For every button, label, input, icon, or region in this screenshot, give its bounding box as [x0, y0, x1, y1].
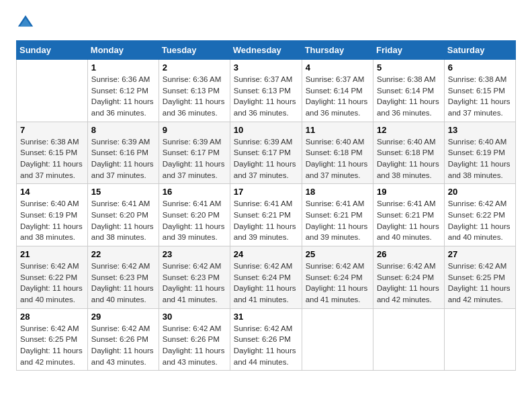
weekday-tuesday: Tuesday	[159, 41, 230, 60]
calendar-cell	[17, 60, 88, 122]
daylight: Daylight: 11 hours and 37 minutes.	[234, 160, 296, 179]
weekday-wednesday: Wednesday	[230, 41, 302, 60]
day-info: Sunrise: 6:37 AMSunset: 6:14 PMDaylight:…	[306, 74, 369, 119]
sunrise: Sunrise: 6:40 AM	[448, 138, 507, 146]
calendar-cell: 16Sunrise: 6:41 AMSunset: 6:20 PMDayligh…	[159, 184, 230, 246]
calendar-cell	[373, 308, 444, 371]
day-number: 31	[234, 312, 298, 322]
calendar-cell: 14Sunrise: 6:40 AMSunset: 6:19 PMDayligh…	[17, 184, 88, 246]
sunset: Sunset: 6:15 PM	[20, 148, 77, 156]
daylight: Daylight: 11 hours and 40 minutes.	[448, 222, 511, 242]
sunrise: Sunrise: 6:40 AM	[20, 199, 79, 208]
sunrise: Sunrise: 6:42 AM	[91, 262, 150, 270]
day-info: Sunrise: 6:38 AMSunset: 6:15 PMDaylight:…	[448, 74, 512, 119]
sunset: Sunset: 6:20 PM	[91, 211, 148, 219]
sunrise: Sunrise: 6:40 AM	[306, 138, 365, 146]
sunset: Sunset: 6:19 PM	[20, 211, 77, 219]
sunrise: Sunrise: 6:42 AM	[448, 199, 507, 208]
sunset: Sunset: 6:26 PM	[91, 335, 148, 343]
calendar-cell: 20Sunrise: 6:42 AMSunset: 6:22 PMDayligh…	[444, 184, 515, 246]
daylight: Daylight: 11 hours and 36 minutes.	[377, 97, 439, 117]
calendar-cell: 8Sunrise: 6:39 AMSunset: 6:16 PMDaylight…	[87, 122, 159, 184]
sunrise: Sunrise: 6:42 AM	[448, 262, 507, 270]
sunset: Sunset: 6:24 PM	[306, 273, 363, 281]
daylight: Daylight: 11 hours and 36 minutes.	[306, 97, 368, 117]
day-number: 1	[91, 62, 155, 73]
day-info: Sunrise: 6:42 AMSunset: 6:26 PMDaylight:…	[234, 323, 298, 368]
daylight: Daylight: 11 hours and 37 minutes.	[163, 160, 225, 179]
sunrise: Sunrise: 6:36 AM	[163, 75, 222, 83]
calendar-cell: 17Sunrise: 6:41 AMSunset: 6:21 PMDayligh…	[230, 184, 302, 246]
day-number: 16	[163, 187, 226, 197]
weekday-monday: Monday	[87, 41, 159, 60]
daylight: Daylight: 11 hours and 43 minutes.	[163, 347, 225, 366]
daylight: Daylight: 11 hours and 37 minutes.	[20, 160, 83, 179]
calendar-cell: 21Sunrise: 6:42 AMSunset: 6:22 PMDayligh…	[17, 246, 88, 309]
sunset: Sunset: 6:21 PM	[306, 211, 363, 219]
calendar-cell: 13Sunrise: 6:40 AMSunset: 6:19 PMDayligh…	[444, 122, 515, 184]
day-number: 18	[306, 187, 369, 197]
day-number: 7	[20, 125, 84, 135]
logo-icon	[16, 13, 35, 32]
calendar-cell: 3Sunrise: 6:37 AMSunset: 6:13 PMDaylight…	[230, 60, 302, 122]
daylight: Daylight: 11 hours and 38 minutes.	[20, 222, 83, 242]
sunrise: Sunrise: 6:40 AM	[377, 138, 436, 146]
sunset: Sunset: 6:16 PM	[91, 148, 148, 156]
calendar-cell: 15Sunrise: 6:41 AMSunset: 6:20 PMDayligh…	[87, 184, 159, 246]
daylight: Daylight: 11 hours and 36 minutes.	[91, 97, 154, 117]
calendar-cell: 29Sunrise: 6:42 AMSunset: 6:26 PMDayligh…	[87, 308, 159, 371]
daylight: Daylight: 11 hours and 37 minutes.	[306, 160, 368, 179]
day-number: 6	[448, 62, 512, 73]
sunset: Sunset: 6:22 PM	[20, 273, 77, 281]
sunset: Sunset: 6:24 PM	[377, 273, 434, 281]
day-info: Sunrise: 6:42 AMSunset: 6:26 PMDaylight:…	[163, 323, 226, 368]
day-info: Sunrise: 6:42 AMSunset: 6:25 PMDaylight:…	[20, 323, 84, 368]
logo	[16, 13, 38, 32]
day-info: Sunrise: 6:38 AMSunset: 6:15 PMDaylight:…	[20, 136, 84, 181]
sunrise: Sunrise: 6:41 AM	[91, 199, 150, 208]
daylight: Daylight: 11 hours and 40 minutes.	[20, 284, 83, 304]
day-number: 4	[306, 62, 369, 73]
day-number: 13	[448, 125, 512, 135]
week-row-4: 21Sunrise: 6:42 AMSunset: 6:22 PMDayligh…	[17, 246, 516, 309]
day-number: 9	[163, 125, 226, 135]
sunrise: Sunrise: 6:39 AM	[234, 138, 293, 146]
sunset: Sunset: 6:25 PM	[20, 335, 77, 343]
day-number: 17	[234, 187, 298, 197]
weekday-friday: Friday	[373, 41, 444, 60]
week-row-2: 7Sunrise: 6:38 AMSunset: 6:15 PMDaylight…	[17, 122, 516, 184]
sunrise: Sunrise: 6:41 AM	[306, 199, 365, 208]
sunrise: Sunrise: 6:42 AM	[91, 324, 150, 332]
calendar-cell	[302, 308, 373, 371]
calendar-cell: 22Sunrise: 6:42 AMSunset: 6:23 PMDayligh…	[87, 246, 159, 309]
daylight: Daylight: 11 hours and 36 minutes.	[234, 97, 296, 117]
day-number: 14	[20, 187, 84, 197]
day-info: Sunrise: 6:42 AMSunset: 6:22 PMDaylight:…	[20, 261, 84, 306]
calendar-cell: 2Sunrise: 6:36 AMSunset: 6:13 PMDaylight…	[159, 60, 230, 122]
sunset: Sunset: 6:21 PM	[234, 211, 291, 219]
sunset: Sunset: 6:26 PM	[163, 335, 220, 343]
day-info: Sunrise: 6:41 AMSunset: 6:21 PMDaylight:…	[234, 198, 298, 243]
calendar-cell: 10Sunrise: 6:39 AMSunset: 6:17 PMDayligh…	[230, 122, 302, 184]
day-info: Sunrise: 6:40 AMSunset: 6:19 PMDaylight:…	[20, 198, 84, 243]
weekday-header-row: SundayMondayTuesdayWednesdayThursdayFrid…	[17, 41, 516, 60]
sunset: Sunset: 6:26 PM	[234, 335, 291, 343]
sunrise: Sunrise: 6:36 AM	[91, 75, 150, 83]
calendar-cell: 23Sunrise: 6:42 AMSunset: 6:23 PMDayligh…	[159, 246, 230, 309]
day-number: 28	[20, 312, 84, 322]
day-info: Sunrise: 6:40 AMSunset: 6:19 PMDaylight:…	[448, 136, 512, 181]
daylight: Daylight: 11 hours and 38 minutes.	[448, 160, 511, 179]
weekday-thursday: Thursday	[302, 41, 373, 60]
sunrise: Sunrise: 6:42 AM	[163, 262, 222, 270]
calendar-cell: 25Sunrise: 6:42 AMSunset: 6:24 PMDayligh…	[302, 246, 373, 309]
sunrise: Sunrise: 6:38 AM	[448, 75, 507, 83]
day-number: 24	[234, 249, 298, 259]
day-number: 29	[91, 312, 155, 322]
sunset: Sunset: 6:23 PM	[91, 273, 148, 281]
calendar-table: SundayMondayTuesdayWednesdayThursdayFrid…	[16, 40, 516, 371]
calendar-cell: 30Sunrise: 6:42 AMSunset: 6:26 PMDayligh…	[159, 308, 230, 371]
daylight: Daylight: 11 hours and 38 minutes.	[377, 160, 439, 179]
daylight: Daylight: 11 hours and 38 minutes.	[91, 222, 154, 242]
sunrise: Sunrise: 6:42 AM	[234, 262, 293, 270]
day-number: 26	[377, 249, 441, 259]
